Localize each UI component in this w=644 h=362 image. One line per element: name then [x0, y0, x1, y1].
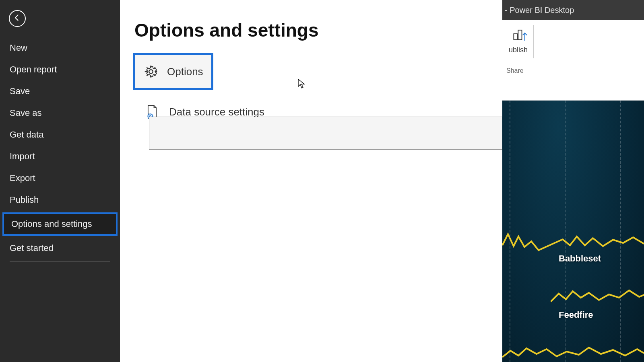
series-label-babbleset: Babbleset — [559, 253, 601, 264]
background-app-window: - Power BI Desktop ublish Share Babblese… — [502, 0, 644, 362]
data-source-settings-label: Data source settings — [169, 106, 264, 118]
publish-icon — [511, 25, 528, 44]
sparkline — [502, 229, 644, 253]
gear-icon — [143, 64, 159, 80]
page-title: Options and settings — [134, 19, 488, 41]
report-canvas[interactable]: Babbleset Feedfire — [502, 101, 644, 362]
window-titlebar: - Power BI Desktop — [502, 0, 644, 20]
menu-item-get-started[interactable]: Get started — [0, 237, 120, 259]
menu-item-publish[interactable]: Publish — [0, 189, 120, 211]
svg-point-0 — [149, 70, 153, 74]
menu-item-new[interactable]: New — [0, 37, 120, 59]
window-title: - Power BI Desktop — [505, 6, 574, 15]
menu-item-import[interactable]: Import — [0, 146, 120, 167]
options-row-background — [149, 117, 502, 150]
menu-divider — [10, 261, 110, 262]
svg-rect-3 — [514, 34, 517, 40]
svg-rect-4 — [518, 30, 522, 40]
back-button[interactable] — [9, 10, 26, 27]
options-settings-panel: Options and settings Options — [120, 0, 502, 362]
back-arrow-icon — [13, 14, 21, 23]
menu-item-save-as[interactable]: Save as — [0, 102, 120, 124]
sparkline — [502, 342, 644, 362]
menu-item-open-report[interactable]: Open report — [0, 59, 120, 80]
menu-item-save[interactable]: Save — [0, 80, 120, 102]
ribbon-group-label: Share — [506, 67, 644, 74]
publish-button[interactable]: ublish — [506, 25, 534, 58]
sparkline — [551, 286, 644, 306]
data-source-settings-button[interactable]: Data source settings — [134, 96, 488, 120]
ribbon-share-group: ublish Share — [502, 20, 644, 101]
menu-item-get-data[interactable]: Get data — [0, 124, 120, 146]
publish-label: ublish — [509, 46, 528, 54]
mouse-cursor-icon — [297, 78, 305, 89]
file-menu-sidebar: New Open report Save Save as Get data Im… — [0, 0, 120, 362]
menu-item-export[interactable]: Export — [0, 167, 120, 189]
options-label: Options — [167, 66, 203, 78]
series-label-feedfire: Feedfire — [559, 310, 593, 320]
options-button[interactable]: Options — [133, 53, 213, 90]
menu-item-options-and-settings[interactable]: Options and settings — [2, 212, 118, 236]
file-menu-list: New Open report Save Save as Get data Im… — [0, 37, 120, 262]
